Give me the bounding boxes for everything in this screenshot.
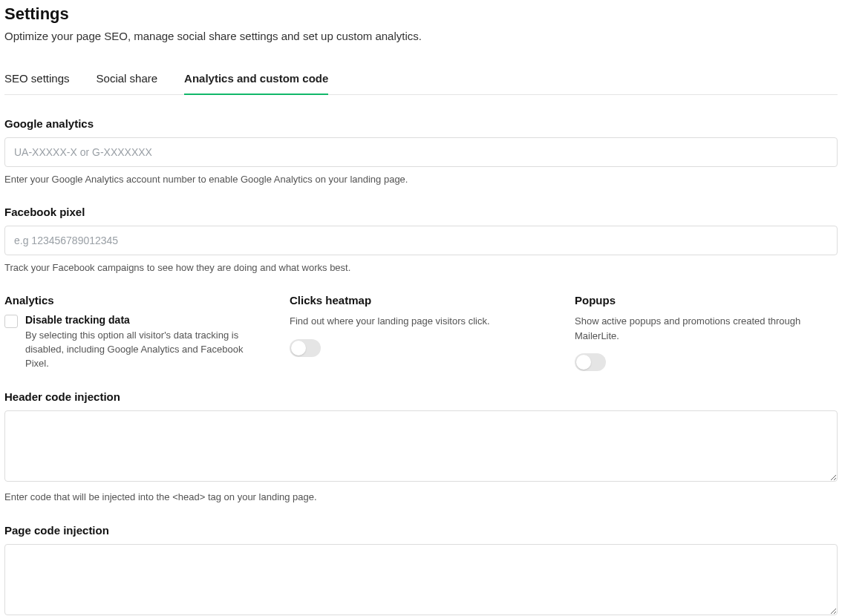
- disable-tracking-desc: By selecting this option all visitor's d…: [25, 329, 267, 371]
- heatmap-column: Clicks heatmap Find out where your landi…: [290, 294, 552, 371]
- analytics-label: Analytics: [4, 294, 267, 307]
- header-code-block: Header code injection Enter code that wi…: [4, 390, 838, 504]
- popups-label: Popups: [575, 294, 838, 307]
- header-code-help: Enter code that will be injected into th…: [4, 491, 838, 504]
- heatmap-desc: Find out where your landing page visitor…: [290, 314, 552, 329]
- header-code-textarea[interactable]: [4, 410, 838, 482]
- header-code-label: Header code injection: [4, 390, 838, 403]
- google-analytics-block: Google analytics Enter your Google Analy…: [4, 117, 838, 186]
- google-analytics-input[interactable]: [4, 137, 838, 167]
- disable-tracking-checkbox[interactable]: [4, 315, 18, 328]
- tabs: SEO settings Social share Analytics and …: [4, 65, 838, 95]
- google-analytics-label: Google analytics: [4, 117, 838, 130]
- facebook-pixel-label: Facebook pixel: [4, 206, 838, 218]
- page-code-label: Page code injection: [4, 524, 838, 537]
- page-subtitle: Optimize your page SEO, manage social sh…: [4, 30, 838, 42]
- popups-column: Popups Show active popups and promotions…: [575, 294, 838, 371]
- facebook-pixel-block: Facebook pixel Track your Facebook campa…: [4, 206, 838, 275]
- facebook-pixel-help: Track your Facebook campaigns to see how…: [4, 261, 838, 275]
- heatmap-label: Clicks heatmap: [290, 294, 552, 307]
- page-code-block: Page code injection Enter code that will…: [4, 524, 838, 616]
- tab-social-share[interactable]: Social share: [97, 65, 158, 95]
- tab-seo-settings[interactable]: SEO settings: [4, 65, 70, 95]
- google-analytics-help: Enter your Google Analytics account numb…: [4, 173, 838, 186]
- page-code-textarea[interactable]: [4, 544, 838, 615]
- popups-desc: Show active popups and promotions create…: [575, 314, 838, 343]
- tab-analytics-custom-code[interactable]: Analytics and custom code: [184, 65, 328, 95]
- analytics-column: Analytics Disable tracking data By selec…: [4, 294, 267, 371]
- popups-toggle[interactable]: [575, 353, 606, 371]
- facebook-pixel-input[interactable]: [4, 226, 838, 255]
- heatmap-toggle[interactable]: [290, 339, 321, 357]
- page-title: Settings: [4, 4, 838, 24]
- disable-tracking-label: Disable tracking data: [25, 314, 267, 326]
